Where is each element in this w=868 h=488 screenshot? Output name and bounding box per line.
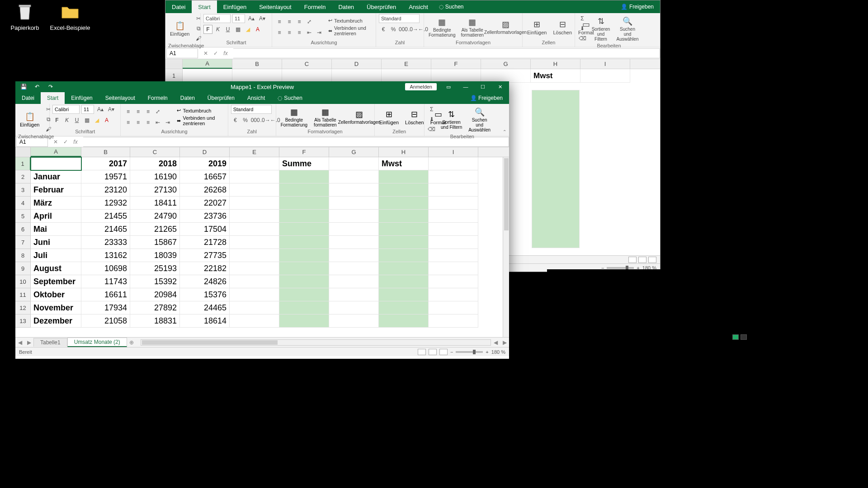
cell-F10[interactable] — [279, 275, 329, 288]
cell-E11[interactable] — [230, 288, 279, 301]
cell-G5[interactable] — [329, 210, 379, 223]
enter-formula-button[interactable]: ✓ — [212, 49, 220, 57]
cell-C2[interactable]: 16190 — [130, 170, 180, 183]
align-left-button[interactable]: ≡ — [275, 28, 284, 37]
cell-H9[interactable] — [379, 262, 429, 275]
zoom-level[interactable]: 180 % — [491, 349, 505, 355]
tab-view[interactable]: Ansicht — [402, 0, 434, 13]
fg-row-header-5[interactable]: 5 — [15, 210, 31, 223]
fg-row-header-4[interactable]: 4 — [15, 197, 31, 210]
italic-button[interactable]: K — [213, 25, 222, 34]
fg-vscrollbar[interactable] — [503, 157, 509, 337]
select-all-corner[interactable] — [165, 59, 183, 69]
cell-C7[interactable]: 15867 — [130, 236, 180, 249]
col-A[interactable]: A — [183, 59, 232, 69]
fg-row-header-12[interactable]: 12 — [15, 301, 31, 314]
fg-row-header-6[interactable]: 6 — [15, 223, 31, 236]
fg-col-A[interactable]: A — [31, 147, 81, 157]
bg-row-1[interactable]: 1 — [165, 69, 183, 83]
fg-fx-button[interactable]: fx — [71, 138, 80, 146]
cell-H4[interactable] — [379, 197, 429, 210]
find-select-button[interactable]: 🔍Suchen und Auswählen — [615, 15, 640, 42]
col-E[interactable]: E — [382, 59, 431, 69]
cell-A2[interactable]: Januar — [31, 170, 81, 183]
cell-G13[interactable] — [329, 314, 379, 328]
fg-fill-color-button[interactable]: ◢ — [92, 116, 101, 125]
cell-E8[interactable] — [230, 249, 279, 262]
cell-I11[interactable] — [429, 288, 478, 301]
cell-A10[interactable]: September — [31, 275, 81, 288]
bg-view-normal[interactable] — [628, 257, 637, 263]
minimize-button[interactable]: — — [460, 84, 471, 89]
cell-A1[interactable] — [31, 157, 81, 170]
cell-G7[interactable] — [329, 236, 379, 249]
qat-save-button[interactable]: 💾 — [19, 82, 28, 91]
cell-I12[interactable] — [429, 301, 478, 314]
cell-D6[interactable]: 17504 — [180, 223, 230, 236]
cell-D5[interactable]: 23736 — [180, 210, 230, 223]
col-B[interactable]: B — [232, 59, 282, 69]
col-F[interactable]: F — [431, 59, 481, 69]
bg-cell-mwst[interactable]: Mwst — [531, 69, 580, 83]
cell-D11[interactable]: 15376 — [180, 288, 230, 301]
fg-align-mid[interactable]: ≡ — [133, 107, 142, 116]
align-bottom-button[interactable]: ≡ — [295, 17, 304, 26]
col-I[interactable]: I — [580, 59, 630, 69]
tab-data[interactable]: Daten — [332, 0, 360, 13]
bg-view-page[interactable] — [638, 257, 646, 263]
cell-H6[interactable] — [379, 223, 429, 236]
font-name-select[interactable]: Calibri — [203, 14, 231, 23]
cell-H2[interactable] — [379, 170, 429, 183]
fg-tab-insert[interactable]: Einfügen — [65, 92, 99, 104]
fg-tab-view[interactable]: Ansicht — [241, 92, 271, 104]
cell-E3[interactable] — [230, 183, 279, 197]
fg-col-E[interactable]: E — [230, 147, 279, 157]
cell-F1[interactable]: Summe — [279, 157, 329, 170]
bold-button[interactable]: F — [203, 25, 212, 34]
fg-row-header-8[interactable]: 8 — [15, 249, 31, 262]
cell-C1[interactable]: 2018 — [130, 157, 180, 170]
align-top-button[interactable]: ≡ — [275, 17, 284, 26]
fg-share-button[interactable]: 👤 Freigeben — [464, 92, 509, 104]
underline-button[interactable]: U — [223, 25, 232, 34]
cell-I8[interactable] — [429, 249, 478, 262]
cell-E6[interactable] — [230, 223, 279, 236]
sheet-tab-tabelle1[interactable]: Tabelle1 — [33, 338, 67, 347]
cell-F3[interactable] — [279, 183, 329, 197]
cell-F9[interactable] — [279, 262, 329, 275]
cell-F8[interactable] — [279, 249, 329, 262]
cell-B6[interactable]: 21465 — [81, 223, 130, 236]
tab-insert[interactable]: Einfügen — [217, 0, 253, 13]
cell-I3[interactable] — [429, 183, 478, 197]
cell-C11[interactable]: 20984 — [130, 288, 180, 301]
cell-B3[interactable]: 23120 — [81, 183, 130, 197]
cell-B9[interactable]: 10698 — [81, 262, 130, 275]
cell-A8[interactable]: Juli — [31, 249, 81, 262]
cell-H7[interactable] — [379, 236, 429, 249]
cell-C4[interactable]: 18411 — [130, 197, 180, 210]
fg-col-I[interactable]: I — [429, 147, 478, 157]
currency-button[interactable]: € — [379, 25, 388, 34]
merge-center-button[interactable]: ⬌Verbinden und zentrieren — [328, 25, 373, 36]
cell-D8[interactable]: 27735 — [180, 249, 230, 262]
fg-bold-button[interactable]: F — [52, 116, 61, 125]
zoom-out-button[interactable]: − — [450, 349, 453, 355]
cell-A9[interactable]: August — [31, 262, 81, 275]
fg-font-color-button[interactable]: A — [102, 116, 111, 125]
cell-H8[interactable] — [379, 249, 429, 262]
wrap-text-button[interactable]: ↩Textumbruch — [328, 18, 373, 23]
cell-F13[interactable] — [279, 314, 329, 328]
zoom-slider[interactable] — [456, 351, 483, 353]
cell-G9[interactable] — [329, 262, 379, 275]
font-color-button[interactable]: A — [253, 25, 262, 34]
cancel-formula-button[interactable]: ✕ — [202, 49, 210, 57]
cell-E5[interactable] — [230, 210, 279, 223]
cell-E13[interactable] — [230, 314, 279, 328]
align-middle-button[interactable]: ≡ — [285, 17, 294, 26]
ribbon-options-button[interactable]: ▭ — [443, 84, 454, 90]
cell-D10[interactable]: 24826 — [180, 275, 230, 288]
qat-undo-button[interactable]: ↶ — [33, 82, 42, 91]
fill-color-button[interactable]: ◢ — [243, 25, 252, 34]
recycle-bin[interactable]: Papierkorb — [5, 1, 45, 31]
fg-col-F[interactable]: F — [279, 147, 329, 157]
